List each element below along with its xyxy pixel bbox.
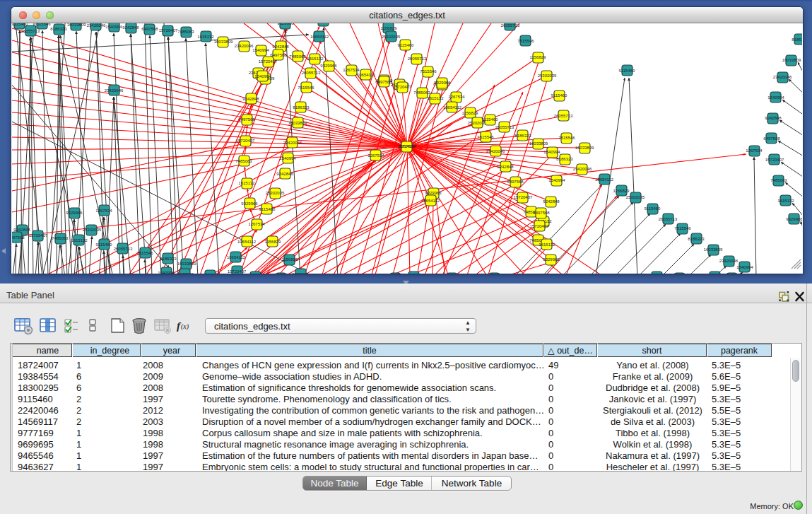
svg-text:1267534: 1267534 <box>95 209 112 213</box>
svg-text:9115460: 9115460 <box>96 243 113 247</box>
svg-text:9242848: 9242848 <box>765 116 782 120</box>
svg-text:26055713: 26055713 <box>554 114 573 118</box>
svg-text:25302035: 25302035 <box>382 35 401 39</box>
svg-text:23420046: 23420046 <box>773 75 792 79</box>
svg-text:9115460: 9115460 <box>619 69 636 73</box>
svg-text:26055713: 26055713 <box>659 217 678 221</box>
svg-text:8186323: 8186323 <box>514 134 531 138</box>
svg-text:9242848: 9242848 <box>13 228 30 232</box>
svg-text:25302035: 25302035 <box>266 191 285 195</box>
svg-text:8186323: 8186323 <box>293 105 310 110</box>
svg-text:26055713: 26055713 <box>21 29 40 33</box>
svg-text:25302035: 25302035 <box>626 195 645 199</box>
svg-text:23420046: 23420046 <box>87 23 106 28</box>
svg-text:1615132: 1615132 <box>238 181 255 185</box>
svg-text:8186323: 8186323 <box>50 27 67 31</box>
svg-text:10654112: 10654112 <box>227 255 246 259</box>
svg-text:1267534: 1267534 <box>248 222 265 226</box>
svg-text:8186323: 8186323 <box>160 257 177 261</box>
svg-text:9329966: 9329966 <box>786 217 802 221</box>
svg-text:9115460: 9115460 <box>398 43 415 47</box>
svg-text:16033809: 16033809 <box>177 262 196 266</box>
svg-text:15720407: 15720407 <box>514 195 533 199</box>
svg-text:9329966: 9329966 <box>425 191 442 195</box>
svg-text:6497568: 6497568 <box>238 117 255 122</box>
svg-text:6497568: 6497568 <box>533 211 550 215</box>
svg-text:1615132: 1615132 <box>427 96 444 100</box>
svg-text:26055713: 26055713 <box>302 71 321 75</box>
svg-text:1267534: 1267534 <box>367 153 384 158</box>
svg-text:16033809: 16033809 <box>575 146 594 150</box>
svg-text:9329966: 9329966 <box>241 201 258 206</box>
svg-text:10654112: 10654112 <box>357 73 376 77</box>
svg-text:10654112: 10654112 <box>237 240 257 244</box>
svg-text:10654112: 10654112 <box>443 105 462 110</box>
svg-text:1267534: 1267534 <box>448 95 465 99</box>
svg-text:6497568: 6497568 <box>141 27 158 31</box>
svg-text:6497568: 6497568 <box>375 80 392 84</box>
svg-text:1615132: 1615132 <box>777 199 794 203</box>
svg-text:1540994: 1540994 <box>158 271 175 274</box>
svg-text:23420046: 23420046 <box>235 44 254 48</box>
svg-text:15720407: 15720407 <box>393 85 412 89</box>
svg-text:15720407: 15720407 <box>29 233 48 238</box>
svg-text:26055713: 26055713 <box>495 125 514 129</box>
svg-text:10654112: 10654112 <box>310 35 329 39</box>
svg-text:26055713: 26055713 <box>408 57 427 61</box>
svg-text:7515546: 7515546 <box>517 39 534 43</box>
svg-text:1540994: 1540994 <box>736 265 753 269</box>
svg-text:7485063: 7485063 <box>235 159 252 163</box>
svg-text:1615132: 1615132 <box>197 35 214 39</box>
svg-text:1615132: 1615132 <box>71 238 88 243</box>
svg-text:9242848: 9242848 <box>276 172 293 176</box>
svg-text:1267534: 1267534 <box>343 68 360 72</box>
svg-text:23420046: 23420046 <box>486 149 505 153</box>
svg-text:9242848: 9242848 <box>497 165 514 169</box>
svg-text:9242848: 9242848 <box>122 25 139 30</box>
svg-text:9329966: 9329966 <box>543 257 560 262</box>
svg-text:23420046: 23420046 <box>573 167 592 171</box>
svg-text:9115460: 9115460 <box>259 207 276 211</box>
svg-text:7485063: 7485063 <box>289 54 306 59</box>
svg-text:9329966: 9329966 <box>66 211 83 215</box>
svg-text:9115460: 9115460 <box>645 206 661 211</box>
svg-text:9242848: 9242848 <box>177 272 194 274</box>
svg-text:1615132: 1615132 <box>539 243 555 247</box>
svg-text:9242848: 9242848 <box>543 199 560 204</box>
svg-text:1156829: 1156829 <box>462 111 479 115</box>
svg-text:1540994: 1540994 <box>543 150 560 154</box>
svg-text:23420046: 23420046 <box>719 259 739 263</box>
svg-text:7515546: 7515546 <box>298 86 314 90</box>
svg-text:15720407: 15720407 <box>259 59 278 64</box>
svg-text:7485063: 7485063 <box>413 90 430 95</box>
svg-text:7515546: 7515546 <box>558 136 575 140</box>
svg-text:23420046: 23420046 <box>105 88 124 93</box>
svg-text:1540994: 1540994 <box>105 25 122 29</box>
svg-text:1156829: 1156829 <box>613 189 630 193</box>
svg-text:16033809: 16033809 <box>288 121 307 125</box>
svg-text:8186323: 8186323 <box>556 157 573 161</box>
svg-text:7485063: 7485063 <box>52 236 69 240</box>
svg-text:8186323: 8186323 <box>688 237 705 241</box>
svg-text:1267534: 1267534 <box>746 148 763 153</box>
svg-text:25302035: 25302035 <box>538 74 557 78</box>
svg-text:1540994: 1540994 <box>548 178 565 182</box>
svg-text:7485063: 7485063 <box>177 30 194 34</box>
svg-text:9329966: 9329966 <box>320 64 337 68</box>
svg-text:10654112: 10654112 <box>595 177 614 182</box>
svg-text:16033809: 16033809 <box>704 247 723 252</box>
svg-text:25302035: 25302035 <box>83 228 102 232</box>
svg-text:10654112: 10654112 <box>421 199 440 203</box>
svg-text:15720407: 15720407 <box>765 158 784 162</box>
svg-text:9329966: 9329966 <box>277 23 294 25</box>
svg-text:7515546: 7515546 <box>420 69 437 74</box>
svg-text:7515546: 7515546 <box>477 135 494 139</box>
svg-text:(x): (x) <box>181 322 189 331</box>
svg-text:9329966: 9329966 <box>434 81 451 85</box>
svg-text:6497568: 6497568 <box>507 180 524 184</box>
svg-text:9115460: 9115460 <box>551 93 568 98</box>
svg-text:1156829: 1156829 <box>265 240 282 244</box>
svg-text:1540994: 1540994 <box>279 156 296 160</box>
svg-text:9329966: 9329966 <box>292 272 309 274</box>
svg-text:1156829: 1156829 <box>282 257 299 262</box>
